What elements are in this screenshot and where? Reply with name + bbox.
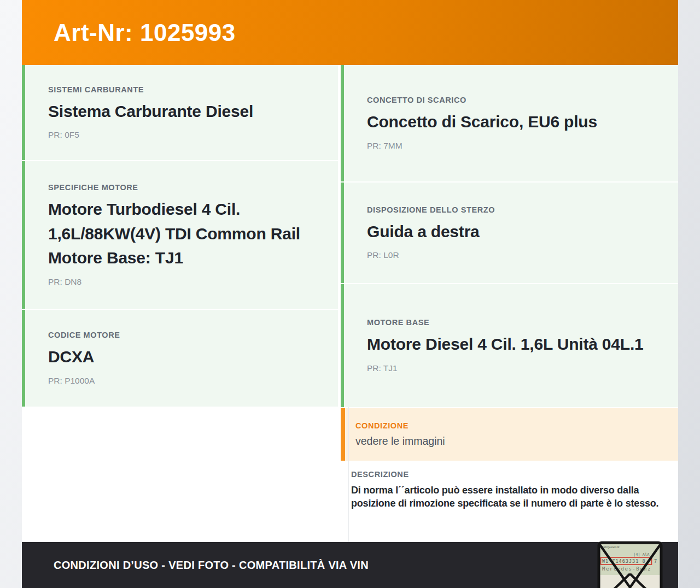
spec-value: Motore Turbodiesel 4 Cil. 1,6L/88KW(4V) … xyxy=(48,197,316,270)
condition-label: CONDIZIONE xyxy=(355,421,656,430)
spec-pr-code: PR: 0F5 xyxy=(48,130,316,140)
spec-card-engine-code: CODICE MOTORE DCXA PR: P1000A xyxy=(22,310,338,407)
spec-label: CONCETTO DI SCARICO xyxy=(367,96,656,104)
condition-value: vedere le immagini xyxy=(355,435,656,448)
header-banner: Art-Nr: 1025993 xyxy=(22,0,678,65)
spec-label: SISTEMI CARBURANTE xyxy=(48,85,316,94)
spec-label: DISPOSIZIONE DELLO STERZO xyxy=(367,205,656,214)
spec-card-steering: DISPOSIZIONE DELLO STERZO Guida a destra… xyxy=(341,183,678,283)
spec-grid: SISTEMI CARBURANTE Sistema Carburante Di… xyxy=(22,65,678,510)
envelope-icon: Fahrgestell-Nr. |4| AlA W1 71463J31 8 7 … xyxy=(597,541,663,588)
spec-value: Concetto di Scarico, EU6 plus xyxy=(367,110,656,134)
spec-column-left: SISTEMI CARBURANTE Sistema Carburante Di… xyxy=(22,65,338,510)
spec-label: SPECIFICHE MOTORE xyxy=(48,183,316,192)
spec-card-base-engine: MOTORE BASE Motore Diesel 4 Cil. 1,6L Un… xyxy=(341,284,678,407)
spec-pr-code: PR: DN8 xyxy=(48,277,316,287)
condition-card: CONDIZIONE vedere le immagini xyxy=(341,408,678,461)
vin-suffix-text: 7 xyxy=(654,558,657,564)
spec-label: CODICE MOTORE xyxy=(48,331,316,339)
article-number-title: Art-Nr: 1025993 xyxy=(54,19,236,46)
spec-pr-code: PR: L0R xyxy=(367,250,656,260)
column-divider xyxy=(348,407,349,542)
spec-pr-code: PR: 7MM xyxy=(367,141,656,151)
doc-mark-text: |4| AlA xyxy=(633,552,650,557)
spec-pr-code: PR: TJ1 xyxy=(367,363,656,373)
doc-label-text: Fahrgestell-Nr. xyxy=(602,545,620,549)
spec-value: Motore Diesel 4 Cil. 1,6L Unità 04L.1 xyxy=(367,332,656,356)
spec-card-engine-specs: SPECIFICHE MOTORE Motore Turbodiesel 4 C… xyxy=(22,161,338,309)
description-section: DESCRIZIONE Di norma l´´articolo può ess… xyxy=(341,461,678,510)
spec-column-right: CONCETTO DI SCARICO Concetto di Scarico,… xyxy=(341,65,678,510)
description-text: Di norma l´´articolo può essere installa… xyxy=(351,484,667,510)
vin-document-envelope-image[interactable]: Fahrgestell-Nr. |4| AlA W1 71463J31 8 7 … xyxy=(597,541,663,588)
spec-pr-code: PR: P1000A xyxy=(48,376,316,386)
spec-card-fuel-system: SISTEMI CARBURANTE Sistema Carburante Di… xyxy=(22,65,338,160)
listing-panel: Art-Nr: 1025993 SISTEMI CARBURANTE Siste… xyxy=(22,0,678,588)
footer-bar: CONDIZIONI D’USO - VEDI FOTO - COMPATIBI… xyxy=(22,542,678,588)
description-label: DESCRIZIONE xyxy=(351,470,667,479)
spec-value: Sistema Carburante Diesel xyxy=(48,99,316,124)
spec-label: MOTORE BASE xyxy=(367,318,656,327)
spec-value: Guida a destra xyxy=(367,220,656,244)
vin-number-text: W1 71463J31 8 xyxy=(602,558,646,564)
footer-usage-conditions-text: CONDIZIONI D’USO - VEDI FOTO - COMPATIBI… xyxy=(54,559,369,572)
spec-card-exhaust-concept: CONCETTO DI SCARICO Concetto di Scarico,… xyxy=(341,65,678,181)
spec-value: DCXA xyxy=(48,345,316,369)
